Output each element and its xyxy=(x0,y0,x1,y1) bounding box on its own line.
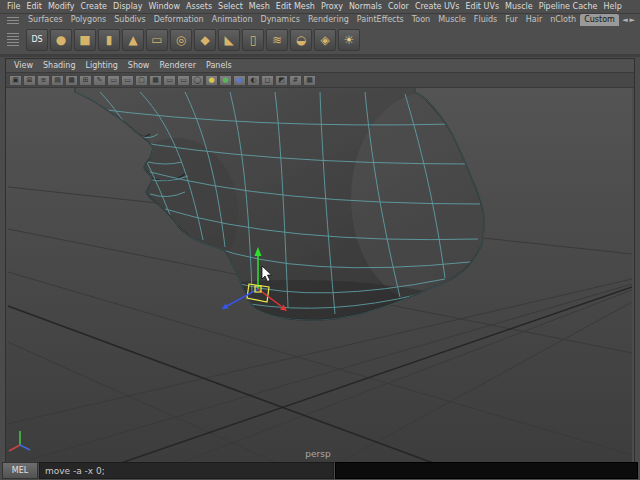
shelf-tab-rendering[interactable]: Rendering xyxy=(304,14,353,26)
menu-color[interactable]: Color xyxy=(385,0,412,13)
two-d-pan-zoom-icon[interactable]: ⊞ xyxy=(79,75,92,86)
shelf-tabs: Surfaces Polygons Subdivs Deformation An… xyxy=(24,14,619,26)
film-gate-icon[interactable]: ▭ xyxy=(107,75,120,86)
maya-window: File Edit Modify Create Display Window A… xyxy=(0,0,640,480)
menu-assets[interactable]: Assets xyxy=(183,0,215,13)
panel-menu-lighting[interactable]: Lighting xyxy=(80,59,122,72)
menu-edit-mesh[interactable]: Edit Mesh xyxy=(273,0,318,13)
field-chart-icon[interactable]: ▦ xyxy=(149,75,162,86)
shelf: DS ● ■ ▮ ▲ ▭ xyxy=(26,29,360,51)
panel-menu-renderer[interactable]: Renderer xyxy=(154,59,201,72)
poly-sphere-icon[interactable]: ● xyxy=(50,29,72,51)
camera-label: persp xyxy=(305,449,331,459)
main-menubar: File Edit Modify Create Display Window A… xyxy=(0,0,640,14)
poly-platonic-icon[interactable]: ◈ xyxy=(314,29,336,51)
textured-mode-icon[interactable]: ● xyxy=(219,75,232,86)
lamp-icon[interactable]: ☀ xyxy=(338,29,360,51)
shelf-scroll-left-icon[interactable]: ◄ xyxy=(622,15,627,25)
camera-lock-icon[interactable]: ⊠ xyxy=(23,75,36,86)
poly-prism-icon[interactable]: ◆ xyxy=(194,29,216,51)
command-line: MEL move -a -x 0; xyxy=(2,462,638,479)
shelf-tab-animation[interactable]: Animation xyxy=(208,14,257,26)
panel-menu-panels[interactable]: Panels xyxy=(201,59,237,72)
menu-file[interactable]: File xyxy=(4,0,23,13)
camera-select-icon[interactable]: ▣ xyxy=(9,75,22,86)
shelf-tab-scroll: ◄ ► xyxy=(622,15,640,26)
shelf-tab-polygons[interactable]: Polygons xyxy=(67,14,111,26)
shadows-icon[interactable]: ◐ xyxy=(247,75,260,86)
menu-pipeline-cache[interactable]: Pipeline Cache xyxy=(536,0,601,13)
shelf-tab-hair[interactable]: Hair xyxy=(522,14,546,26)
menu-mesh[interactable]: Mesh xyxy=(246,0,273,13)
ds-script-icon[interactable]: DS xyxy=(26,29,48,51)
command-input[interactable]: move -a -x 0; xyxy=(39,462,334,479)
camera-attributes-icon[interactable]: ≡ xyxy=(37,75,50,86)
menu-create[interactable]: Create xyxy=(77,0,110,13)
menu-window[interactable]: Window xyxy=(146,0,184,13)
poly-plane-icon[interactable]: ▭ xyxy=(146,29,168,51)
film-icon[interactable]: ▦ xyxy=(303,75,316,86)
menu-display[interactable]: Display xyxy=(110,0,146,13)
wireframe-mode-icon[interactable]: ◯ xyxy=(191,75,204,86)
gate-mask-icon[interactable]: ▢ xyxy=(135,75,148,86)
menu-help[interactable]: Help xyxy=(600,0,624,13)
shelf-tab-custom[interactable]: Custom xyxy=(580,14,619,26)
shelf-menu-grip-icon[interactable] xyxy=(7,17,19,24)
poly-cylinder-icon[interactable]: ▮ xyxy=(98,29,120,51)
viewport: persp xyxy=(6,88,632,462)
shelf-tab-toon[interactable]: Toon xyxy=(408,14,434,26)
command-mode-button[interactable]: MEL xyxy=(2,462,38,479)
shelf-tab-painteffects[interactable]: PaintEffects xyxy=(353,14,408,26)
shaded-mode-icon[interactable]: ● xyxy=(205,75,218,86)
image-plane-icon[interactable]: ▦ xyxy=(65,75,78,86)
shelf-tab-row: Surfaces Polygons Subdivs Deformation An… xyxy=(0,14,640,26)
panel-menu-view[interactable]: View xyxy=(9,59,38,72)
menu-edit-uvs[interactable]: Edit UVs xyxy=(463,0,503,13)
menu-select[interactable]: Select xyxy=(215,0,246,13)
shelf-tab-deformation[interactable]: Deformation xyxy=(150,14,208,26)
shelf-grip-icon[interactable] xyxy=(7,33,19,47)
shelf-tab-fluids[interactable]: Fluids xyxy=(470,14,501,26)
safe-action-icon[interactable]: ▭ xyxy=(163,75,176,86)
menu-create-uvs[interactable]: Create UVs xyxy=(412,0,463,13)
menu-normals[interactable]: Normals xyxy=(346,0,385,13)
poly-torus-icon[interactable]: ◎ xyxy=(170,29,192,51)
menu-edit[interactable]: Edit xyxy=(23,0,45,13)
menu-modify[interactable]: Modify xyxy=(45,0,78,13)
shelf-tab-subdivs[interactable]: Subdivs xyxy=(110,14,149,26)
perspective-panel: View Shading Lighting Show Renderer Pane… xyxy=(5,58,635,463)
viewport-canvas[interactable]: persp xyxy=(6,88,632,462)
poly-soccerball-icon[interactable]: ◒ xyxy=(290,29,312,51)
shelf-tab-dynamics[interactable]: Dynamics xyxy=(256,14,303,26)
shelf-tab-surfaces[interactable]: Surfaces xyxy=(24,14,67,26)
panel-menubar: View Shading Lighting Show Renderer Pane… xyxy=(6,59,634,72)
isolate-select-icon[interactable]: ◩ xyxy=(275,75,288,86)
poly-pipe-icon[interactable]: ▯ xyxy=(242,29,264,51)
shelf-tab-muscle[interactable]: Muscle xyxy=(434,14,470,26)
viewport-toolbar: ▣ ⊠ ≡ ▤ ▦ ⊞ xyxy=(6,72,634,88)
shelf-scroll-right-icon[interactable]: ► xyxy=(630,15,635,25)
use-all-lights-icon[interactable]: ● xyxy=(233,75,246,86)
grease-pencil-icon[interactable]: ✎ xyxy=(93,75,106,86)
poly-cube-icon[interactable]: ■ xyxy=(74,29,96,51)
menu-muscle[interactable]: Muscle xyxy=(502,0,536,13)
safe-title-icon[interactable]: ▭ xyxy=(177,75,190,86)
poly-cone-icon[interactable]: ▲ xyxy=(122,29,144,51)
shelf-row: DS ● ■ ▮ ▲ ▭ xyxy=(0,26,640,57)
shelf-tab-ncloth[interactable]: nCloth xyxy=(546,14,580,26)
xray-icon[interactable]: ◻ xyxy=(261,75,274,86)
panel-menu-show[interactable]: Show xyxy=(123,59,155,72)
panel-menu-shading[interactable]: Shading xyxy=(38,59,81,72)
resolution-gate-icon[interactable]: ▭ xyxy=(121,75,134,86)
grid-toggle-icon[interactable]: # xyxy=(289,75,302,86)
bookmark-icon[interactable]: ▤ xyxy=(51,75,64,86)
poly-pyramid-icon[interactable]: ◣ xyxy=(218,29,240,51)
menu-proxy[interactable]: Proxy xyxy=(318,0,346,13)
poly-helix-icon[interactable]: ≋ xyxy=(266,29,288,51)
command-feedback-field[interactable] xyxy=(335,462,638,479)
shelf-tab-fur[interactable]: Fur xyxy=(501,14,522,26)
